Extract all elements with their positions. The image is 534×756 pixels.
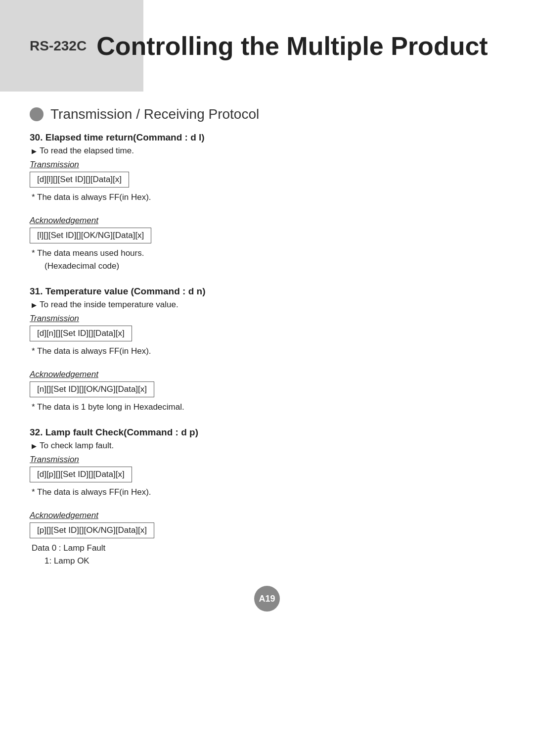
command-block-30: 30. Elapsed time return(Command : d l) T… [30,132,504,271]
command-32-heading: 32. Lamp fault Check(Command : d p) [30,427,504,438]
command-block-32: 32. Lamp fault Check(Command : d p) To c… [30,427,504,566]
command-31-subtext: To read the inside temperature value. [32,300,504,310]
page-number-circle: A19 [254,586,280,612]
command-30-heading: 30. Elapsed time return(Command : d l) [30,132,504,143]
command-31-acknowledgement-code: [n][][Set ID][][OK/NG][Data][x] [30,381,154,397]
command-30-acknowledgement-code: [l][][Set ID][][OK/NG][Data][x] [30,228,151,243]
command-30-note1: * The data is always FF(in Hex). [32,192,504,202]
command-30-acknowledgement-label: Acknowledgement [30,216,504,226]
section-header: Transmission / Receiving Protocol [30,106,534,122]
command-30-note2: * The data means used hours. [32,248,504,258]
header-title: Controlling the Multiple Product [96,31,488,61]
command-31-transmission-label: Transmission [30,314,504,324]
page-number-container: A19 [0,586,534,612]
command-30-transmission-code: [d][l][][Set ID][][Data][x] [30,172,129,188]
content-area: 30. Elapsed time return(Command : d l) T… [30,132,504,566]
command-31-transmission-code: [d][n][][Set ID][][Data][x] [30,326,132,341]
command-31-note1: * The data is always FF(in Hex). [32,346,504,356]
header-rs232c-label: RS-232C [30,38,87,54]
command-32-transmission-label: Transmission [30,455,504,465]
command-32-note2: Data 0 : Lamp Fault [32,543,504,553]
page-container: RS-232C Controlling the Multiple Product… [0,0,534,756]
command-30-subtext: To read the elapsed time. [32,146,504,156]
command-32-subtext: To check lamp fault. [32,441,504,451]
header-area: RS-232C Controlling the Multiple Product [0,0,534,92]
command-31-acknowledgement-label: Acknowledgement [30,370,504,379]
command-31-note2: * The data is 1 byte long in Hexadecimal… [32,402,504,412]
command-30-note2-indent: (Hexadecimal code) [44,261,504,271]
command-32-acknowledgement-label: Acknowledgement [30,511,504,520]
section-title: Transmission / Receiving Protocol [50,106,259,122]
command-32-transmission-code: [d][p][][Set ID][][Data][x] [30,467,132,482]
command-30-transmission-label: Transmission [30,160,504,170]
command-32-note2-indent: 1: Lamp OK [44,556,504,566]
command-block-31: 31. Temperature value (Command : d n) To… [30,286,504,412]
section-circle-icon [30,107,44,121]
command-32-acknowledgement-code: [p][][Set ID][][OK/NG][Data][x] [30,522,154,538]
command-32-note1: * The data is always FF(in Hex). [32,487,504,497]
page-number: A19 [259,594,275,604]
command-31-heading: 31. Temperature value (Command : d n) [30,286,504,297]
